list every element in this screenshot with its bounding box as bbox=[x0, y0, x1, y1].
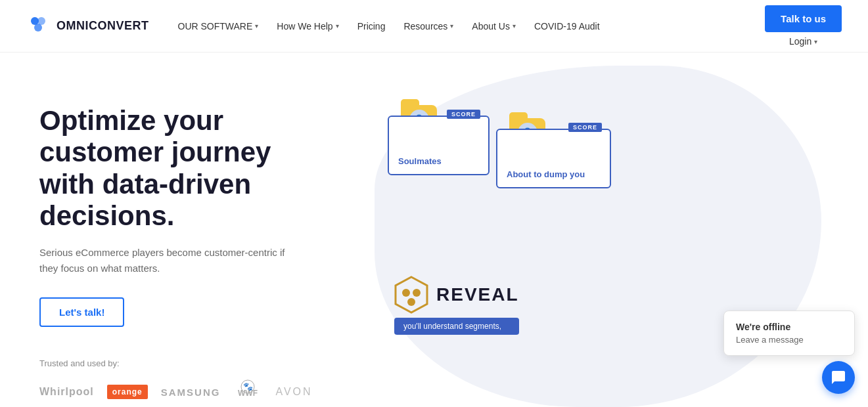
chevron-down-icon: ▾ bbox=[450, 22, 453, 30]
chat-popup: We're offline Leave a message bbox=[723, 311, 855, 356]
dump-card: SCORE About to dump you bbox=[496, 129, 611, 188]
nav-item-our-software[interactable]: OUR SOFTWARE ▾ bbox=[170, 16, 267, 37]
brand-avon: AVON bbox=[275, 379, 312, 405]
brand-samsung: SAMSUNG bbox=[161, 379, 221, 405]
nav-item-resources[interactable]: Resources ▾ bbox=[396, 16, 461, 37]
chat-leave-message: Leave a message bbox=[736, 335, 842, 345]
brand-whirlpool: Whirlpool bbox=[39, 379, 94, 405]
svg-point-9 bbox=[407, 298, 415, 306]
dump-label: About to dump you bbox=[507, 169, 601, 179]
chevron-down-icon: ▾ bbox=[336, 22, 339, 30]
hero-subtitle: Serious eCommerce players become custome… bbox=[39, 245, 289, 276]
hero-title: Optimize your customer journey with data… bbox=[39, 105, 315, 232]
folder-tab-2 bbox=[509, 112, 528, 119]
folder-tab bbox=[401, 99, 419, 106]
chat-widget: We're offline Leave a message bbox=[723, 311, 855, 394]
trusted-label: Trusted and used by: bbox=[39, 358, 315, 368]
reveal-text: REVEAL bbox=[436, 284, 519, 305]
nav-item-about-us[interactable]: About Us ▾ bbox=[464, 16, 524, 37]
soulmates-card: SCORE Soulmates bbox=[388, 116, 490, 175]
chat-icon bbox=[831, 370, 846, 385]
header-right: Talk to us Login ▾ bbox=[765, 5, 842, 47]
reveal-tooltip: you'll understand segments, bbox=[394, 318, 519, 335]
nav-item-covid-audit[interactable]: COVID-19 Audit bbox=[526, 16, 608, 37]
nav-item-pricing[interactable]: Pricing bbox=[350, 16, 394, 37]
chat-button[interactable] bbox=[822, 361, 855, 394]
logo[interactable]: OMNICONVERT bbox=[26, 14, 149, 38]
talk-to-us-button[interactable]: Talk to us bbox=[765, 5, 842, 32]
chat-offline-title: We're offline bbox=[736, 322, 842, 332]
logo-icon bbox=[26, 14, 50, 38]
soulmates-label: Soulmates bbox=[398, 156, 479, 166]
svg-point-7 bbox=[402, 289, 410, 297]
svg-text:🐾: 🐾 bbox=[243, 381, 253, 391]
dump-score-tag: SCORE bbox=[568, 123, 602, 132]
login-button[interactable]: Login ▾ bbox=[789, 36, 817, 47]
reveal-hexagon-icon bbox=[394, 276, 428, 314]
main-nav: OUR SOFTWARE ▾ How We Help ▾ Pricing Res… bbox=[170, 16, 608, 37]
soulmates-score-tag: SCORE bbox=[447, 110, 480, 119]
svg-point-8 bbox=[413, 289, 421, 297]
svg-marker-6 bbox=[396, 277, 427, 312]
svg-point-2 bbox=[34, 24, 42, 32]
brand-orange: orange bbox=[107, 379, 148, 405]
reveal-section: REVEAL you'll understand segments, bbox=[394, 276, 519, 335]
header: OMNICONVERT OUR SOFTWARE ▾ How We Help ▾… bbox=[0, 0, 868, 53]
wwf-icon: WWF 🐾 bbox=[233, 377, 262, 406]
chevron-down-icon: ▾ bbox=[513, 22, 516, 30]
brand-logos: Whirlpool orange SAMSUNG WWF 🐾 AVON bbox=[39, 379, 315, 407]
login-chevron-icon: ▾ bbox=[814, 38, 817, 45]
chevron-down-icon: ▾ bbox=[255, 22, 258, 30]
logo-text: OMNICONVERT bbox=[57, 19, 149, 33]
nav-item-how-we-help[interactable]: How We Help ▾ bbox=[269, 16, 346, 37]
cta-button[interactable]: Let's talk! bbox=[39, 297, 124, 327]
reveal-logo-row: REVEAL bbox=[394, 276, 519, 314]
header-left: OMNICONVERT OUR SOFTWARE ▾ How We Help ▾… bbox=[26, 14, 608, 38]
hero-left: Optimize your customer journey with data… bbox=[0, 53, 342, 407]
brand-wwf: WWF 🐾 bbox=[233, 379, 262, 405]
